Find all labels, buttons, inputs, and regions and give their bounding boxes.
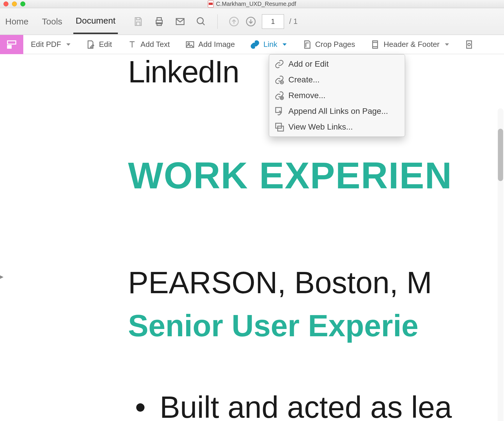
- close-window-button[interactable]: [3, 1, 8, 6]
- menu-create-link[interactable]: Create...: [269, 72, 405, 88]
- edit-pdf-label: Edit PDF: [31, 40, 61, 49]
- window-controls: [0, 1, 25, 6]
- text-employer[interactable]: PEARSON, Boston, M: [128, 265, 504, 300]
- menu-label: Add or Edit: [288, 59, 329, 69]
- chevron-down-icon: [283, 43, 287, 46]
- menu-label: Remove...: [288, 91, 326, 100]
- document-viewport[interactable]: ▸ LinkedIn WORK EXPERIEN PEARSON, Boston…: [0, 54, 504, 421]
- menu-append-all-links[interactable]: Append All Links on Page...: [269, 103, 405, 119]
- link-dropdown[interactable]: Link: [242, 35, 294, 54]
- menu-view-web-links[interactable]: View Web Links...: [269, 119, 405, 135]
- edit-pdf-dropdown[interactable]: Edit PDF: [23, 35, 78, 54]
- window-titlebar: C.Markham_UXD_Resume.pdf: [0, 0, 504, 8]
- svg-rect-0: [136, 17, 140, 20]
- svg-point-6: [197, 17, 203, 24]
- sidebar-expand-handle[interactable]: ▸: [0, 273, 3, 281]
- header-footer-label: Header & Footer: [384, 40, 439, 49]
- edit-button[interactable]: Edit: [78, 35, 120, 54]
- bullet-icon: •: [135, 390, 146, 421]
- panel-toggle-button[interactable]: [0, 35, 23, 54]
- print-icon[interactable]: [153, 16, 165, 27]
- add-image-label: Add Image: [198, 40, 235, 49]
- add-text-button[interactable]: Add Text: [120, 35, 178, 54]
- tab-tools[interactable]: Tools: [40, 10, 65, 33]
- pdf-file-icon: [208, 1, 214, 8]
- maximize-window-button[interactable]: [20, 1, 25, 6]
- toolbar-separator: [217, 14, 218, 29]
- header-footer-dropdown[interactable]: Header & Footer: [363, 35, 456, 54]
- menu-label: Create...: [288, 75, 320, 84]
- svg-rect-11: [8, 47, 11, 48]
- chevron-down-icon: [445, 43, 449, 46]
- tab-home[interactable]: Home: [3, 10, 31, 33]
- main-toolbar: Home Tools Document / 1: [0, 8, 504, 35]
- svg-rect-10: [8, 45, 11, 46]
- mail-icon[interactable]: [174, 16, 186, 27]
- menu-label: View Web Links...: [288, 122, 353, 132]
- page-controls: / 1: [228, 14, 298, 29]
- menu-add-or-edit-link[interactable]: Add or Edit: [269, 56, 405, 72]
- page-number-input[interactable]: [262, 14, 284, 29]
- crop-pages-button[interactable]: Crop Pages: [294, 35, 363, 54]
- link-label: Link: [263, 40, 277, 49]
- menu-remove-link[interactable]: Remove...: [269, 88, 405, 103]
- edit-toolbar: Edit PDF Edit Add Text Add Image Link Cr…: [0, 35, 504, 54]
- scrollbar-thumb[interactable]: [498, 129, 503, 181]
- edit-label: Edit: [99, 40, 112, 49]
- document-content: LinkedIn WORK EXPERIEN PEARSON, Boston, …: [0, 56, 504, 421]
- page-down-icon[interactable]: [245, 16, 257, 27]
- section-heading-work-experience[interactable]: WORK EXPERIEN: [128, 154, 504, 197]
- text-job-title[interactable]: Senior User Experie: [128, 308, 504, 343]
- page-up-icon[interactable]: [228, 16, 240, 27]
- svg-point-14: [468, 43, 470, 46]
- watermark-button-partial[interactable]: [457, 35, 474, 54]
- crop-pages-label: Crop Pages: [315, 40, 355, 49]
- menu-label: Append All Links on Page...: [288, 107, 388, 116]
- save-icon[interactable]: [132, 16, 144, 27]
- add-image-button[interactable]: Add Image: [178, 35, 243, 54]
- minimize-window-button[interactable]: [12, 1, 17, 6]
- svg-rect-9: [8, 41, 16, 44]
- text-bullet-1[interactable]: •Built and acted as lea: [128, 390, 504, 421]
- bullet-text: Built and acted as lea: [160, 390, 452, 421]
- tab-document[interactable]: Document: [73, 9, 118, 34]
- link-dropdown-menu: Add or Edit Create... Remove... Append A…: [269, 54, 405, 137]
- page-total-label: / 1: [289, 17, 298, 26]
- add-text-label: Add Text: [141, 40, 170, 49]
- window-title: C.Markham_UXD_Resume.pdf: [216, 1, 296, 7]
- chevron-down-icon: [66, 43, 70, 46]
- search-icon[interactable]: [195, 16, 207, 27]
- toolbar-actions: / 1: [132, 14, 298, 29]
- svg-rect-1: [136, 22, 140, 25]
- window-title-wrap: C.Markham_UXD_Resume.pdf: [208, 1, 296, 8]
- svg-rect-3: [157, 17, 161, 20]
